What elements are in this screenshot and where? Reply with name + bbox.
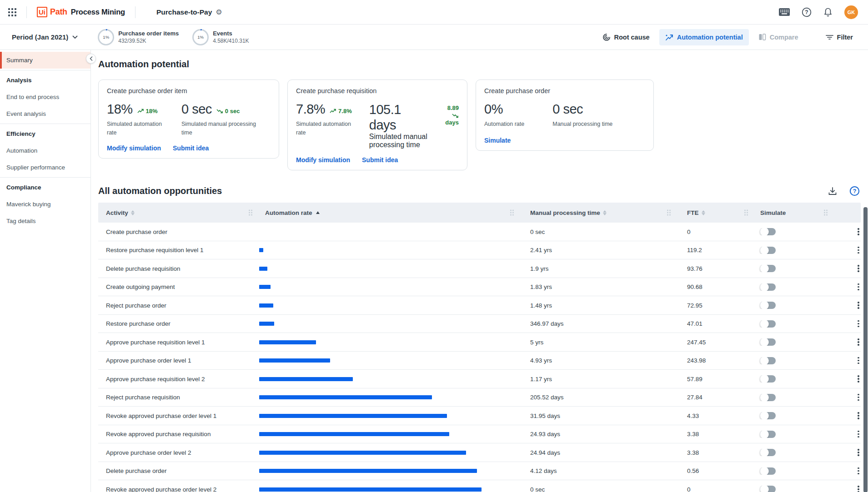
simulate-toggle[interactable] [760, 412, 776, 419]
row-menu-icon[interactable] [855, 375, 861, 383]
simulate-toggle[interactable] [760, 283, 776, 291]
card-title: Create purchase requisition [296, 87, 459, 94]
simulate-link[interactable]: Simulate [484, 137, 511, 144]
table-row: Restore purchase order 346.97 days 47.01 [98, 315, 861, 333]
column-drag-handle[interactable] [510, 210, 514, 216]
sidebar-item-supplier-performance[interactable]: Supplier performance [0, 159, 90, 176]
table-row: Approve purchase requisition level 1 5 y… [98, 333, 861, 352]
simulate-toggle[interactable] [760, 467, 776, 475]
help-icon[interactable]: ? [802, 7, 812, 17]
metric-simulated-manual-processing-time: 105.1 days 8.89 days Simulated manual pr… [369, 102, 459, 149]
filter-button[interactable]: Filter [820, 30, 859, 45]
table-help-icon[interactable]: ? [849, 186, 860, 196]
automation-rate-bar [259, 322, 274, 326]
row-menu-icon[interactable] [855, 486, 861, 492]
notifications-bell-icon[interactable] [823, 7, 833, 17]
simulate-toggle[interactable] [760, 265, 776, 272]
sidebar-collapse-button[interactable] [86, 54, 96, 64]
simulate-toggle[interactable] [760, 338, 776, 346]
row-menu-icon[interactable] [855, 302, 861, 309]
column-drag-handle[interactable] [249, 210, 252, 216]
keyboard-shortcuts-icon[interactable] [779, 8, 790, 16]
row-menu-icon[interactable] [855, 357, 861, 364]
row-menu-icon[interactable] [855, 283, 861, 291]
table-row: Create purchase order 0 sec 0 [98, 223, 861, 241]
row-menu-icon[interactable] [855, 467, 861, 475]
row-manual-time: 24.94 days [517, 449, 673, 456]
automation-rate-bar [259, 414, 447, 418]
submit-idea-link[interactable]: Submit idea [362, 156, 398, 164]
download-icon[interactable] [828, 186, 838, 196]
sidebar-item-summary[interactable]: Summary [0, 52, 90, 69]
simulate-toggle[interactable] [760, 302, 776, 309]
row-menu-icon[interactable] [855, 338, 861, 346]
row-manual-time: 2.41 yrs [517, 247, 673, 253]
table-row: Delete purchase requisition 1.9 yrs 93.7… [98, 259, 861, 278]
root-cause-icon [602, 33, 611, 41]
vertical-scrollbar[interactable] [863, 207, 868, 492]
column-header-fte[interactable]: FTE [673, 203, 751, 223]
automation-rate-bar [259, 358, 330, 363]
row-fte: 27.84 [673, 394, 751, 401]
card-create-purchase-order-item: Create purchase order item 18% 18% Simul… [98, 80, 279, 159]
row-menu-icon[interactable] [855, 449, 861, 456]
row-menu-icon[interactable] [855, 412, 861, 419]
modify-simulation-link[interactable]: Modify simulation [107, 144, 161, 152]
sidebar-item-automation[interactable]: Automation [0, 142, 90, 159]
row-activity: Revoke approved purchase order level 2 [98, 486, 255, 492]
period-label: Period (Jan 2021) [12, 33, 68, 41]
row-menu-icon[interactable] [855, 228, 861, 235]
svg-text:?: ? [853, 188, 857, 194]
row-menu-icon[interactable] [855, 247, 861, 254]
simulate-toggle[interactable] [760, 247, 776, 254]
column-drag-handle[interactable] [667, 210, 671, 216]
simulate-toggle[interactable] [760, 228, 776, 235]
column-header-automation-rate[interactable]: Automation rate [255, 203, 517, 223]
sidebar-item-maverick-buying[interactable]: Maverick buying [0, 196, 90, 213]
column-header-manual-processing-time[interactable]: Manual processing time [517, 203, 673, 223]
row-menu-icon[interactable] [855, 265, 861, 272]
simulate-toggle[interactable] [760, 357, 776, 364]
column-header-activity[interactable]: Activity [98, 203, 255, 223]
sidebar-nav: Summary Analysis End to end process Even… [0, 50, 91, 492]
app-launcher-icon[interactable] [8, 8, 16, 16]
simulate-toggle[interactable] [760, 375, 776, 383]
period-selector[interactable]: Period (Jan 2021) [12, 33, 78, 41]
row-manual-time: 1.48 yrs [517, 302, 673, 309]
metric-label: Simulated automation rate [296, 120, 352, 137]
row-menu-icon[interactable] [855, 431, 861, 438]
sidebar-item-tag-details[interactable]: Tag details [0, 213, 90, 229]
table-body: Create purchase order 0 sec 0 Restore pu… [98, 223, 861, 492]
product-name: Process Mining [71, 8, 125, 16]
sidebar-section-efficiency: Efficiency [0, 125, 90, 142]
column-drag-handle[interactable] [824, 210, 828, 216]
trend-unit: days [445, 118, 459, 128]
simulate-toggle[interactable] [760, 394, 776, 401]
row-activity: Create purchase order [98, 229, 255, 235]
settings-gear-icon[interactable]: ⚙ [216, 8, 222, 16]
automation-potential-icon [665, 33, 673, 41]
modify-simulation-link[interactable]: Modify simulation [296, 156, 350, 164]
submit-idea-link[interactable]: Submit idea [173, 144, 209, 152]
row-manual-time: 4.12 days [517, 467, 673, 474]
root-cause-button[interactable]: Root cause [597, 29, 656, 45]
sidebar-item-end-to-end-process[interactable]: End to end process [0, 89, 90, 105]
automation-potential-button[interactable]: Automation potential [659, 29, 749, 45]
simulate-toggle[interactable] [760, 486, 776, 492]
row-menu-icon[interactable] [855, 394, 861, 401]
metric-value: 18% [107, 102, 133, 117]
table-row: Revoke approved purchase requisition 24.… [98, 425, 861, 444]
simulate-toggle[interactable] [760, 431, 776, 438]
row-menu-icon[interactable] [855, 320, 861, 328]
row-manual-time: 346.97 days [517, 320, 673, 327]
sidebar-item-event-analysis[interactable]: Event analysis [0, 105, 90, 122]
metric-value: 105.1 days [369, 102, 413, 133]
divider [0, 70, 90, 70]
column-drag-handle[interactable] [744, 210, 748, 216]
user-avatar[interactable]: GK [844, 5, 858, 19]
simulate-toggle[interactable] [760, 449, 776, 456]
compare-button[interactable]: Compare [753, 29, 804, 45]
row-manual-time: 0 sec [517, 486, 673, 492]
row-manual-time: 31.95 days [517, 412, 673, 419]
simulate-toggle[interactable] [760, 320, 776, 328]
